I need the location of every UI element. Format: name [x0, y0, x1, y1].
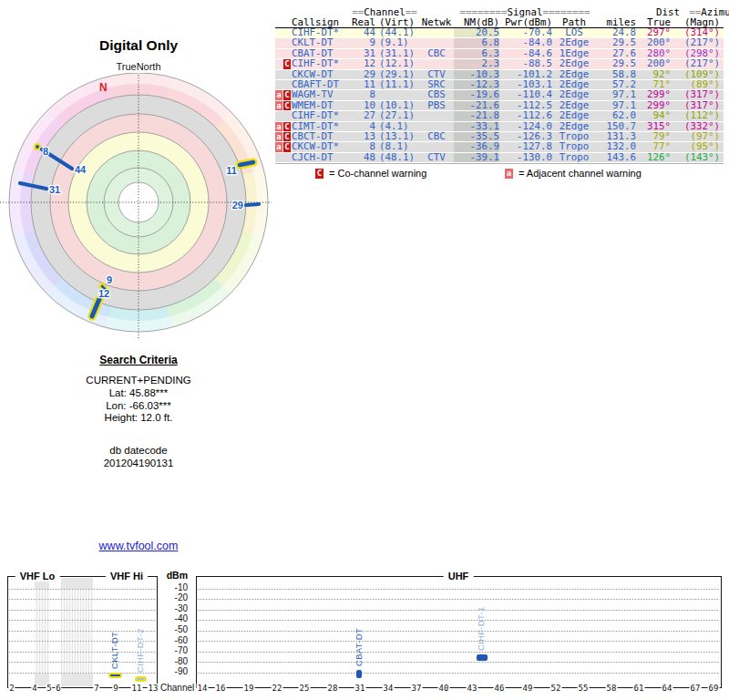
band-label-uhf: UHF: [444, 571, 474, 582]
network-cell: CBC: [419, 49, 454, 58]
dbm-tick: -60: [159, 635, 188, 645]
tvfool-link[interactable]: www.tvfool.com: [99, 540, 179, 552]
cochannel-warning-badge: C: [283, 132, 291, 141]
cochannel-warning-badge: [283, 80, 291, 89]
dbm-tick: -50: [159, 624, 188, 634]
warning-flags: C: [275, 59, 292, 68]
marker-label-ch31: 31: [49, 184, 60, 195]
cochannel-warning-badge: C: [283, 90, 291, 99]
search-criteria-title: Search Criteria: [29, 354, 248, 366]
channel-tick: 46: [494, 684, 506, 693]
table-row: CJCH-DT 48 (48.1) CTV -39.1 -130.0 Tropo…: [275, 153, 724, 163]
cochannel-warning-badge: C: [283, 101, 291, 110]
adjacent-warning-badge: [275, 70, 282, 79]
channel-tick: 7: [93, 684, 99, 693]
warning-flags: [275, 111, 292, 120]
dbm-tick: -70: [159, 645, 188, 655]
marker-label-ch9: 9: [107, 274, 112, 285]
warning-flags: [275, 80, 292, 89]
vhf-gridlines: [9, 589, 156, 674]
marker-label-ch29: 29: [232, 200, 243, 211]
col-header-netwk: Netwk: [419, 17, 454, 27]
adjacent-warning-badge: [275, 38, 282, 47]
channel-tick: 69: [708, 684, 720, 693]
search-criteria: Search Criteria CURRENT+PENDING Lat: 45.…: [29, 354, 248, 470]
cochannel-warning-badge: [283, 49, 291, 58]
bar-label-cihf-dt-1: CIHF-DT-1: [477, 606, 486, 651]
channel-tick: 9: [112, 684, 118, 693]
bar-label-cihf-dt-2: CIHF-DT-2: [136, 628, 145, 673]
cochannel-legend-badge: C: [315, 169, 323, 179]
cochannel-warning-badge: C: [283, 122, 291, 131]
channel-tick: 64: [662, 684, 673, 693]
noise-margin-cell: -39.1: [454, 153, 499, 162]
tvfool-report: Digital Only TrueNorth N 8 44 31 11 29 9…: [0, 0, 729, 700]
radar-plot: N 8 44 31 11 29 9 12: [0, 73, 273, 342]
warning-flags: a C: [275, 90, 292, 99]
channel-tick: 6: [55, 684, 61, 693]
channel-tick: 13: [148, 684, 159, 693]
adjacent-legend: a = Adjacent channel warning: [505, 169, 642, 179]
adjacent-warning-badge: [275, 28, 282, 37]
warning-flags: [275, 49, 292, 58]
north-label: N: [99, 81, 108, 94]
cochannel-warning-badge: C: [283, 142, 291, 151]
band-label-vhf-lo: VHF Lo: [15, 571, 60, 582]
adjacent-warning-badge: a: [275, 122, 282, 131]
channel-tick: 61: [633, 684, 645, 693]
marker-ch11-line: [240, 162, 253, 165]
bar-cihf-dt-2: [135, 676, 147, 682]
dbm-axis-label: dBm: [159, 570, 188, 581]
dbm-tick: -10: [159, 582, 188, 592]
power-cell: -112.6: [499, 111, 552, 120]
uhf-gridlines: [198, 589, 720, 674]
callsign-cell: CJCH-DT: [292, 153, 350, 162]
dbm-tick: -20: [159, 592, 188, 602]
cochannel-warning-badge: [283, 38, 291, 47]
channel-tick: 25: [299, 684, 311, 693]
marker-label-ch12: 12: [98, 288, 109, 299]
channel-tick: 31: [354, 684, 366, 693]
datecode-label: db datecode: [29, 445, 248, 458]
search-mode: CURRENT+PENDING: [29, 375, 248, 387]
search-lat: Lat: 45.88***: [29, 387, 248, 400]
channel-tick: 28: [327, 684, 339, 693]
signal-table: ==Channel== ========Signal======== Dist …: [275, 5, 724, 183]
tvfool-link-wrap: www.tvfool.com: [29, 537, 248, 553]
channel-tick: 37: [411, 684, 423, 693]
magnetic-azimuth-cell: (143°): [671, 153, 720, 162]
path-cell: 2Edge: [552, 111, 596, 120]
marker-label-ch44: 44: [75, 164, 87, 175]
warning-legend: C = Co-channel warning a = Adjacent chan…: [275, 169, 724, 183]
adjacent-warning-badge: a: [275, 142, 282, 151]
cochannel-legend: C = Co-channel warning: [315, 169, 426, 179]
adjacent-warning-badge: a: [275, 132, 282, 141]
channel-tick: 52: [550, 684, 562, 693]
real-channel-cell: 27: [350, 111, 375, 120]
channel-tick: 67: [690, 684, 702, 693]
warning-flags: a C: [275, 122, 292, 131]
magnetic-azimuth-cell: (112°): [671, 111, 720, 120]
warning-flags: [275, 38, 292, 47]
channel-tick: 49: [522, 684, 534, 693]
adjacent-warning-badge: [275, 111, 282, 120]
channel-tick: 14: [197, 684, 209, 693]
search-height: Height: 12.0 ft.: [29, 412, 248, 425]
channel-tick: 2: [8, 684, 15, 693]
virtual-channel-cell: (27.1): [375, 111, 419, 120]
distance-cell: 62.0: [596, 111, 636, 120]
channel-tick: 43: [467, 684, 478, 693]
warning-flags: a C: [275, 132, 292, 141]
marker-label-ch11: 11: [226, 165, 237, 176]
warning-flags: a C: [275, 142, 292, 151]
network-cell: [419, 28, 454, 37]
radar-title: Digital Only: [0, 37, 277, 54]
cochannel-warning-badge: [283, 111, 291, 120]
callsign-cell: CIHF-DT*: [292, 111, 350, 120]
channel-tick: 55: [578, 684, 590, 693]
bar-cihf-dt-1: [477, 654, 488, 661]
dbm-tick: -90: [159, 666, 188, 676]
adjacent-warning-badge: a: [275, 90, 282, 99]
real-channel-cell: 48: [350, 153, 375, 162]
band-label-vhf-hi: VHF Hi: [106, 571, 148, 582]
